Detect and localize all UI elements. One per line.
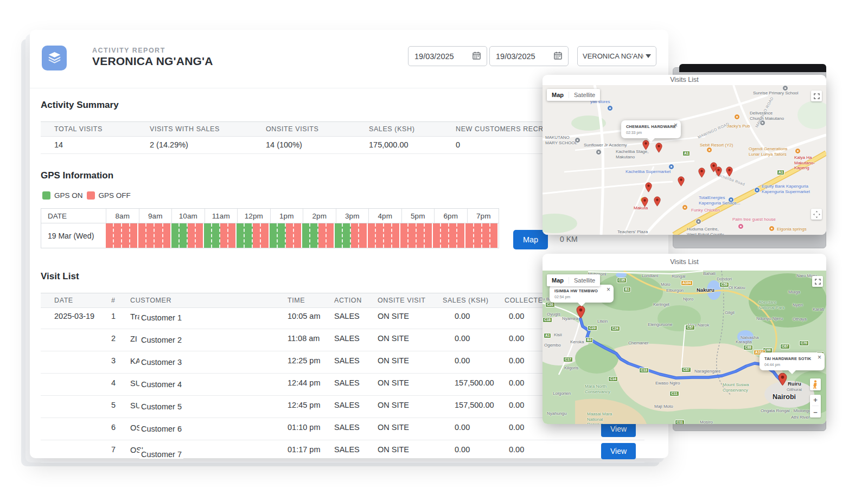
- gps-off-segment: [351, 223, 359, 248]
- map-label: Elenguruone: [648, 322, 672, 328]
- activity-report-page: ACTIVITY REPORT VERONICA NG'ANG'A 19/03/…: [0, 0, 868, 488]
- visit-cell: 12:44 pm: [288, 378, 320, 387]
- visit-cell: SALES: [334, 378, 360, 387]
- road-shield: C57: [685, 325, 695, 330]
- zoom-control[interactable]: + −: [810, 395, 821, 418]
- visit-cell: 0.00: [455, 312, 470, 320]
- satellite-tab[interactable]: Satellite: [569, 92, 600, 98]
- map-type-control[interactable]: Map Satellite: [547, 89, 600, 101]
- map-label: Rongai: [672, 274, 685, 279]
- map-marker-pin[interactable]: [654, 196, 661, 207]
- view-button[interactable]: View: [601, 443, 636, 459]
- zoom-out-button[interactable]: −: [813, 408, 818, 416]
- map-label: Othaya: [793, 317, 807, 322]
- pegman-icon[interactable]: [810, 378, 821, 390]
- map-label: Bahati: [703, 271, 716, 277]
- map-marker-pin[interactable]: [678, 176, 685, 187]
- user-filter-dropdown[interactable]: VERONICA NG'ANG'A: [577, 46, 656, 66]
- map-label: Keroka: [570, 339, 584, 345]
- map-marker-pin[interactable]: [576, 305, 585, 319]
- map-marker-pin[interactable]: [715, 166, 722, 177]
- gps-off-segment: [253, 223, 261, 248]
- visit-col-header: ACTION: [334, 297, 362, 304]
- map-info-window[interactable]: ISIMBA HW TEMBWO 02:54 pm ×: [550, 285, 614, 303]
- map-type-control[interactable]: Map Satellite: [547, 274, 600, 286]
- gps-on-segment: [270, 223, 278, 248]
- close-icon[interactable]: ×: [607, 286, 610, 293]
- summary-value: 14 (100%): [266, 140, 302, 149]
- map-info-window[interactable]: TAI HARDWARE SOTIK 04:44 pm ×: [760, 352, 825, 370]
- app-logo: [42, 46, 67, 70]
- visit-cell: 2: [111, 334, 116, 343]
- visits-map-popup-1: Visits List Map Satellite: [542, 75, 826, 235]
- fullscreen-icon[interactable]: [811, 91, 822, 101]
- gps-off-segment: [441, 223, 449, 248]
- visit-cell: 2025-03-19: [54, 312, 94, 320]
- calendar-icon[interactable]: [473, 52, 481, 61]
- calendar-icon[interactable]: [554, 52, 562, 61]
- map-label: Athi River: [791, 415, 810, 420]
- gps-legend: GPS ONGPS OFF: [42, 191, 131, 200]
- map-label: Elgonia springs: [777, 227, 807, 232]
- road-shield: B1: [623, 287, 631, 292]
- street-map[interactable]: Map Satellite CHEMAREL HARDWARE 02:33 pm…: [542, 85, 826, 235]
- gps-map-button[interactable]: Map: [513, 230, 548, 249]
- route-map[interactable]: Map Satellite ISIMBA HW TEMBWO 02:54 pm …: [542, 271, 826, 424]
- map-marker-pin[interactable]: [698, 168, 705, 178]
- visit-col-header: TIME: [288, 297, 305, 304]
- zoom-in-button[interactable]: +: [813, 396, 818, 404]
- map-label: Keringet: [653, 302, 669, 307]
- pan-icon[interactable]: [811, 209, 822, 220]
- map-tab[interactable]: Map: [547, 277, 569, 284]
- road-shield: B3: [585, 337, 593, 343]
- map-label: Nyeri: [793, 303, 803, 308]
- gps-off-segment: [146, 223, 155, 248]
- close-icon[interactable]: ×: [818, 354, 821, 361]
- map-label: Ndunyu Njeru: [756, 316, 783, 322]
- satellite-tab[interactable]: Satellite: [569, 277, 600, 284]
- gps-off-segment: [482, 223, 490, 248]
- map-marker-pin[interactable]: [655, 143, 662, 153]
- gps-off-segment: [261, 223, 269, 248]
- map-marker-pin[interactable]: [645, 182, 652, 192]
- summary-col-header: ONSITE VISITS: [266, 125, 318, 133]
- visit-cell: 12:25 pm: [288, 356, 320, 365]
- gps-off-segment: [327, 223, 335, 248]
- close-icon[interactable]: ×: [674, 121, 678, 129]
- summary-col-header: SALES (KSH): [369, 125, 414, 133]
- gps-off-segment: [392, 223, 400, 248]
- date-to-input[interactable]: 19/03/2025: [489, 46, 569, 66]
- map-marker-pin[interactable]: [778, 373, 787, 386]
- road-shield: C14: [608, 376, 618, 382]
- visit-cell: SALES: [334, 401, 360, 409]
- road-shield: C70: [799, 341, 809, 346]
- gps-off-segment: [294, 223, 302, 248]
- map-marker-pin[interactable]: [726, 166, 733, 177]
- gps-hour-header: 2pm: [303, 209, 336, 223]
- road-shield: C23: [588, 325, 597, 331]
- map-marker-pin[interactable]: [641, 197, 648, 207]
- gps-hour-header: 8am: [106, 209, 139, 223]
- fullscreen-icon[interactable]: [812, 276, 823, 287]
- gps-hour-header: 10am: [171, 209, 205, 223]
- gps-distance: 0 KM: [560, 235, 578, 243]
- map-label: Kalya Ha Makutano-Kapeng: [794, 155, 826, 171]
- map-label: Mount Suswa Conservancy: [723, 382, 749, 393]
- background-window-titlebar: [679, 64, 826, 72]
- gps-off-segment: [155, 223, 163, 248]
- gps-off-segment: [409, 223, 417, 248]
- visit-cell: ON SITE: [378, 356, 409, 365]
- road-shield: A1: [777, 170, 784, 175]
- map-label: Teachers' Plaza: [617, 229, 648, 235]
- gps-hour-header: 4pm: [368, 209, 401, 223]
- map-info-window[interactable]: CHEMAREL HARDWARE 02:33 pm ×: [621, 120, 681, 138]
- gps-on-segment: [245, 223, 253, 248]
- map-tab[interactable]: Map: [547, 92, 569, 98]
- visit-cell: 0.00: [509, 312, 524, 320]
- map-label: Lolgorien: [553, 391, 571, 396]
- road-shield: A1: [682, 151, 690, 156]
- date-from-input[interactable]: 19/03/2025: [408, 46, 487, 66]
- gps-off-segment: [122, 223, 130, 248]
- map-label: Londiani: [642, 273, 658, 279]
- info-window-name: ISIMBA HW TEMBWO: [554, 288, 609, 293]
